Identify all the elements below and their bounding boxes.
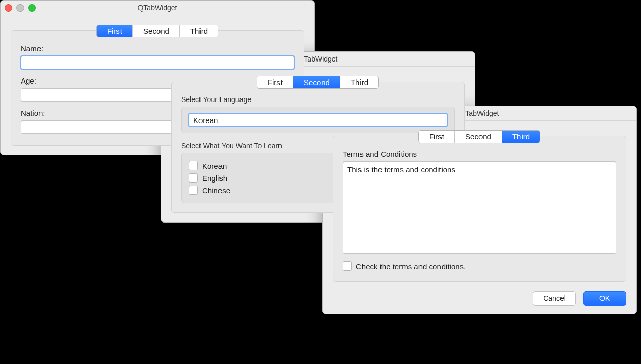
tab-third[interactable]: Third <box>502 131 540 143</box>
cancel-button[interactable]: Cancel <box>533 291 576 306</box>
checkbox-icon[interactable] <box>189 173 198 183</box>
language-select[interactable]: Korean <box>189 113 447 127</box>
name-input[interactable] <box>21 56 294 69</box>
tab-first[interactable]: First <box>257 76 293 88</box>
tab-first[interactable]: First <box>419 131 455 143</box>
name-label: Name: <box>21 44 294 53</box>
tab-third[interactable]: Third <box>340 76 378 88</box>
checkbox-icon[interactable] <box>189 186 198 195</box>
tab-bar: First Second Third <box>96 25 218 37</box>
tab-first[interactable]: First <box>97 25 133 37</box>
accept-terms-label: Check the terms and conditions. <box>356 262 466 271</box>
learn-option-label: Chinese <box>202 186 230 195</box>
learn-option-label: Korean <box>202 161 227 170</box>
learn-option-label: English <box>202 174 227 183</box>
window-title: QTabWidget <box>1 4 314 12</box>
zoom-icon[interactable] <box>28 4 36 12</box>
tab-third[interactable]: Third <box>180 25 218 37</box>
close-icon[interactable] <box>5 4 12 12</box>
terms-label: Terms and Conditions <box>343 150 616 158</box>
tab-bar: First Second Third <box>257 76 379 89</box>
tab-bar: First Second Third <box>418 130 540 143</box>
ok-button[interactable]: OK <box>583 291 626 306</box>
language-selected: Korean <box>193 116 218 125</box>
terms-textarea[interactable]: This is the terms and conditions <box>343 161 616 254</box>
tab-second[interactable]: Second <box>293 76 340 88</box>
tab-second[interactable]: Second <box>133 25 180 37</box>
accept-terms-row[interactable]: Check the terms and conditions. <box>343 260 616 272</box>
select-language-label: Select Your Language <box>181 95 455 104</box>
tab-second[interactable]: Second <box>455 131 502 143</box>
checkbox-icon[interactable] <box>189 161 198 170</box>
checkbox-icon[interactable] <box>343 261 352 271</box>
window-third: QTabWidget First Second Third Terms and … <box>322 106 637 314</box>
minimize-icon[interactable] <box>16 4 24 12</box>
tab-panel-third: Terms and Conditions This is the terms a… <box>333 136 626 282</box>
titlebar[interactable]: QTabWidget <box>1 1 314 15</box>
